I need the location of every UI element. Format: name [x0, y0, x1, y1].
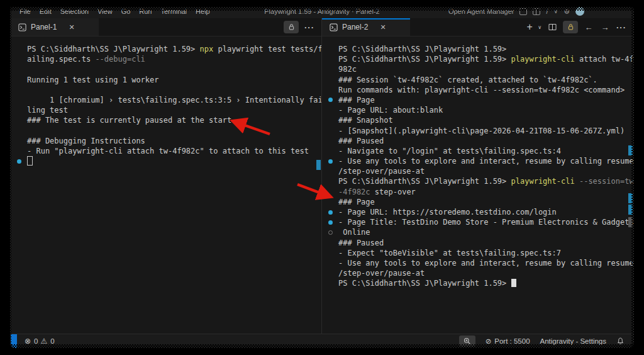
- frame-noise-left: [0, 0, 8, 355]
- terminal-line: 982c: [338, 64, 633, 74]
- tab-label: Panel-2: [342, 23, 368, 31]
- terminal-line: ### Paused: [338, 136, 633, 146]
- new-terminal-button[interactable]: +: [524, 21, 535, 33]
- editor-area: Panel-1 ✕ ··· PS C:\Siddharth\SS J\P: [11, 18, 633, 334]
- terminal-line: [27, 64, 321, 74]
- frame-dither-bottom: [0, 344, 644, 348]
- frame-noise-bottom: [0, 348, 644, 355]
- terminal-line: ling test: [27, 105, 321, 115]
- frame-dither-right: [631, 0, 635, 355]
- close-icon[interactable]: ✕: [380, 23, 386, 31]
- terminal-line: ### Snapshot: [338, 115, 633, 125]
- frame-noise-right: [635, 0, 644, 355]
- lock-terminal-button[interactable]: [563, 21, 578, 33]
- terminal-line: - Page URL: about:blank: [338, 105, 633, 115]
- terminal-icon: [18, 23, 26, 31]
- terminal-cursor: [27, 156, 33, 166]
- lock-icon: [567, 23, 574, 31]
- terminal-line: - Page URL: https://storedemo.testdino.c…: [338, 207, 633, 217]
- screenshot-stage: FileEditSelectionViewGoRunTerminalHelp P…: [0, 0, 644, 355]
- terminal-line: PS C:\Siddharth\SS J\Playwright 1.59> pl…: [338, 176, 633, 186]
- terminal-line: - Use any tools to explore and interact,…: [338, 258, 633, 268]
- terminal-line: 1 [chromium] › tests\failing.spec.ts:3:5…: [27, 95, 321, 105]
- frame-noise-top: [0, 0, 644, 7]
- terminal-line: - Use any tools to explore and interact,…: [338, 156, 633, 166]
- tab-label: Panel-1: [31, 23, 57, 31]
- command-decoration-dot: [328, 159, 333, 164]
- close-icon[interactable]: ✕: [69, 23, 74, 31]
- terminal-line: Run commands with: playwright-cli --sess…: [338, 85, 633, 95]
- terminal-line: -4f982c step-over: [338, 187, 633, 197]
- lock-icon: [288, 23, 295, 31]
- terminal-cursor: [511, 279, 516, 287]
- command-decoration-dot: [328, 98, 333, 102]
- command-decoration-dot: [328, 210, 333, 215]
- app-window: FileEditSelectionViewGoRunTerminalHelp P…: [10, 4, 634, 349]
- terminal-line: ### The test is currently paused at the …: [27, 115, 321, 125]
- split-editor-icon: [548, 23, 557, 31]
- navigate-back-button[interactable]: ←: [583, 21, 594, 33]
- terminal-line: - [Snapshot](.playwright-cli\page-2026-0…: [338, 126, 633, 136]
- frame-dither-left: [8, 0, 11, 355]
- lock-terminal-button[interactable]: [284, 21, 299, 33]
- terminal-line: ### Paused: [338, 238, 633, 248]
- terminal-line: - Expect "toBeVisible" at tests\failing.…: [338, 248, 633, 258]
- terminal-line: ### Page: [338, 95, 633, 105]
- terminal-line: PS C:\Siddharth\SS J\Playwright 1.59>: [338, 44, 633, 54]
- command-decoration-dot: [328, 220, 333, 225]
- more-actions-button[interactable]: ···: [616, 21, 627, 33]
- more-actions-button[interactable]: ···: [304, 21, 315, 33]
- command-decoration-circle: [328, 230, 333, 235]
- terminal-line: [27, 156, 321, 166]
- terminal-line: ### Session `tw-4f982c` created, attache…: [338, 75, 633, 85]
- frame-dither-top: [0, 7, 644, 11]
- terminal-line: Running 1 test using 1 worker: [27, 75, 321, 85]
- command-decoration-dot: [17, 159, 21, 164]
- terminal-1-content[interactable]: PS C:\Siddharth\SS J\Playwright 1.59> np…: [11, 37, 321, 334]
- terminal-line: [27, 126, 321, 136]
- terminal-line: - Page Title: TestDino Demo Store - Prem…: [338, 217, 633, 227]
- terminal-pane-1: Panel-1 ✕ ··· PS C:\Siddharth\SS J\P: [11, 18, 322, 334]
- pane1-tab-bar: Panel-1 ✕ ···: [11, 18, 321, 37]
- terminal-line: ### Debugging Instructions: [27, 136, 321, 146]
- tab-panel-1[interactable]: Panel-1 ✕: [11, 18, 99, 36]
- tab-panel-2[interactable]: Panel-2 ✕: [322, 18, 410, 36]
- terminal-dropdown-chevron-icon[interactable]: ∨: [538, 25, 541, 30]
- terminal-line: /step-over/pause-at: [338, 166, 633, 176]
- terminal-icon: [330, 23, 338, 31]
- split-terminal-button[interactable]: [547, 21, 558, 33]
- terminal-line: - Run "playwright-cli attach tw-4f982c" …: [27, 146, 321, 156]
- terminal-line: PS C:\Siddharth\SS J\Playwright 1.59>: [338, 278, 633, 288]
- terminal-line: /step-over/pause-at: [338, 268, 633, 278]
- terminal-line: [27, 85, 321, 95]
- terminal-line: ### Page: [338, 197, 633, 207]
- terminal-line: ailing.spec.ts --debug=cli: [27, 54, 321, 64]
- navigate-forward-button[interactable]: →: [599, 21, 611, 33]
- terminal-pane-2: Panel-2 ✕ + ∨: [322, 18, 633, 334]
- overview-ruler-mark: [316, 160, 321, 170]
- terminal-line: Online: [338, 227, 633, 237]
- terminal-line: - Navigate to "/login" at tests\failing.…: [338, 146, 633, 156]
- terminal-line: PS C:\Siddharth\SS J\Playwright 1.59> np…: [27, 44, 321, 54]
- terminal-line: PS C:\Siddharth\SS J\Playwright 1.59> pl…: [338, 54, 633, 64]
- terminal-2-content[interactable]: PS C:\Siddharth\SS J\Playwright 1.59> PS…: [322, 37, 633, 334]
- pane2-tab-bar: Panel-2 ✕ + ∨: [322, 18, 633, 37]
